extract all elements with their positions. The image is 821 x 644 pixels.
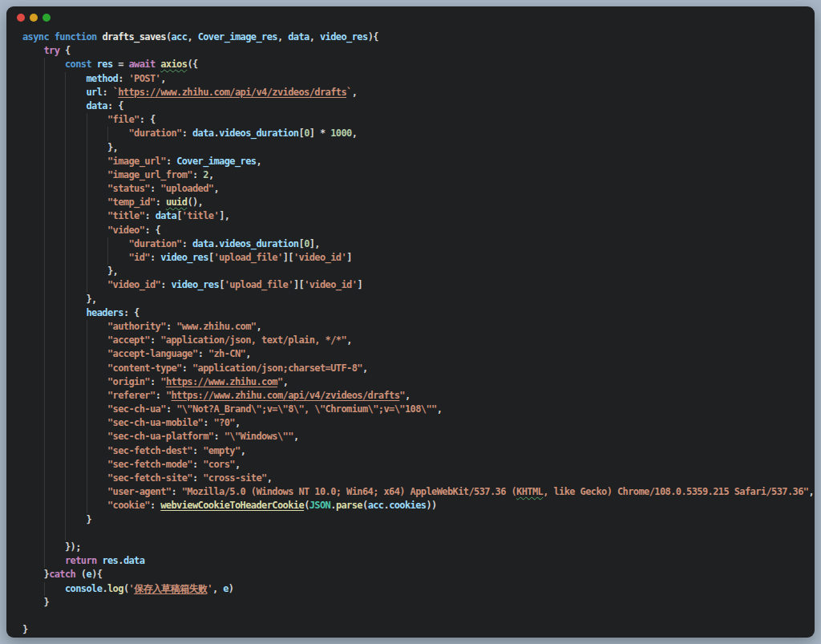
code-token: "cookie" xyxy=(107,500,150,511)
code-line: "user-agent": "Mozilla/5.0 (Windows NT 1… xyxy=(22,485,815,499)
code-token: } xyxy=(87,514,92,525)
indent-guide xyxy=(87,278,108,292)
code-token: , xyxy=(208,169,214,180)
code-token: " xyxy=(277,376,283,387)
code-token: [ xyxy=(219,279,224,290)
code-token: : xyxy=(166,156,176,167)
code-text: } xyxy=(22,623,28,637)
code-text: headers: { xyxy=(87,306,140,320)
code-token: : xyxy=(172,486,182,497)
code-text: "duration": data.videos_duration[0], xyxy=(129,237,321,251)
code-token: "image_url_from" xyxy=(107,169,192,180)
code-window: async function drafts_saves(acc, Cover_i… xyxy=(6,6,815,638)
code-token: https://www.zhihu.com/api/v4/zvideos/dra… xyxy=(172,390,400,401)
indent-guide xyxy=(87,458,108,472)
code-token: videos_duration xyxy=(219,238,298,249)
code-token: : xyxy=(156,196,166,208)
code-line: }, xyxy=(22,293,815,306)
indent-guide xyxy=(22,554,44,568)
code-line: "title": data['title'], xyxy=(22,209,815,223)
code-token: : xyxy=(203,417,213,428)
indent-guide xyxy=(44,251,66,265)
code-token: , xyxy=(214,183,220,194)
code-text: }, xyxy=(107,141,118,155)
code-token: "cross-site" xyxy=(203,472,267,484)
indent-guide xyxy=(87,141,108,155)
code-line: } xyxy=(22,596,815,610)
minimize-button[interactable] xyxy=(30,14,38,22)
code-line: "status": "uploaded", xyxy=(22,182,815,196)
code-line: }catch (e){ xyxy=(22,568,815,581)
code-token: , xyxy=(187,31,197,43)
indent-guide xyxy=(65,485,87,499)
indent-guide xyxy=(22,362,44,375)
indent-guide xyxy=(44,334,66,347)
code-token: ` xyxy=(346,87,352,98)
code-line: "file": { xyxy=(22,113,815,127)
code-text: "authority": "www.zhihu.com", xyxy=(107,320,261,334)
indent-guide xyxy=(65,155,87,168)
code-token: try xyxy=(44,45,60,56)
close-button[interactable] xyxy=(17,14,25,22)
indent-guide xyxy=(87,430,108,444)
code-token: . xyxy=(102,583,107,594)
code-text: "sec-fetch-mode": "cors", xyxy=(107,458,241,472)
indent-guide xyxy=(87,209,108,223)
code-token: "cors" xyxy=(203,459,235,470)
indent-guide xyxy=(87,168,108,182)
code-line: }, xyxy=(22,141,815,155)
indent-guide xyxy=(65,416,87,430)
indent-guide xyxy=(22,389,44,403)
indent-guide xyxy=(87,334,108,347)
code-line: "authority": "www.zhihu.com", xyxy=(22,320,815,334)
code-editor[interactable]: async function drafts_saves(acc, Cover_i… xyxy=(6,29,815,637)
code-token: : xyxy=(182,128,192,139)
code-token: " xyxy=(160,376,166,387)
code-line: "id": video_res['upload_file']['video_id… xyxy=(22,251,815,265)
indent-guide xyxy=(87,113,108,127)
indent-guide xyxy=(87,389,108,403)
page-background: { "window": { "style": "mac-code-snippet… xyxy=(0,0,821,644)
code-line xyxy=(22,527,815,541)
indent-guide xyxy=(65,362,87,375)
code-token: "application/json, text/plain, */*" xyxy=(160,334,346,346)
code-token xyxy=(91,59,97,70)
code-token: , xyxy=(309,31,320,43)
code-line: "image_url": Cover_image_res, xyxy=(22,155,815,168)
indent-guide xyxy=(65,458,87,472)
code-token: , xyxy=(241,445,246,456)
code-token: , xyxy=(267,472,273,484)
code-token: "sec-fetch-dest" xyxy=(107,445,192,456)
code-token: url xyxy=(87,87,103,98)
maximize-button[interactable] xyxy=(42,14,51,22)
code-line: return res.data xyxy=(22,554,815,568)
code-token: "\"Windows\"" xyxy=(224,431,293,442)
code-token: , xyxy=(352,87,358,98)
indent-guide xyxy=(87,444,108,458)
indent-guide xyxy=(65,237,87,251)
indent-guide xyxy=(22,155,44,168)
code-line: "video_id": video_res['upload_file']['vi… xyxy=(22,278,815,292)
code-token: : xyxy=(182,363,192,374)
code-token: " xyxy=(399,390,405,401)
code-token: axios xyxy=(160,59,187,70)
code-text: "video_id": video_res['upload_file']['vi… xyxy=(107,278,362,292)
code-token: : { xyxy=(144,225,160,236)
indent-guide xyxy=(22,596,44,610)
indent-guide xyxy=(107,251,129,265)
indent-guide xyxy=(87,320,108,334)
indent-guide xyxy=(65,472,87,485)
indent-guide xyxy=(22,416,44,430)
code-token: video_res xyxy=(172,279,220,290)
code-token: ( xyxy=(166,31,172,43)
code-token: "Mozilla/5.0 (Windows NT 10.0; Win64; x6… xyxy=(182,486,516,497)
indent-guide xyxy=(87,347,108,361)
code-text: return res.data xyxy=(65,554,144,568)
code-token: . xyxy=(118,555,123,566)
code-token: , xyxy=(257,321,262,332)
code-token: data xyxy=(123,555,145,566)
code-text: }, xyxy=(87,293,97,306)
indent-guide xyxy=(44,99,66,113)
indent-guide xyxy=(44,265,66,278)
code-token: , xyxy=(283,376,289,387)
